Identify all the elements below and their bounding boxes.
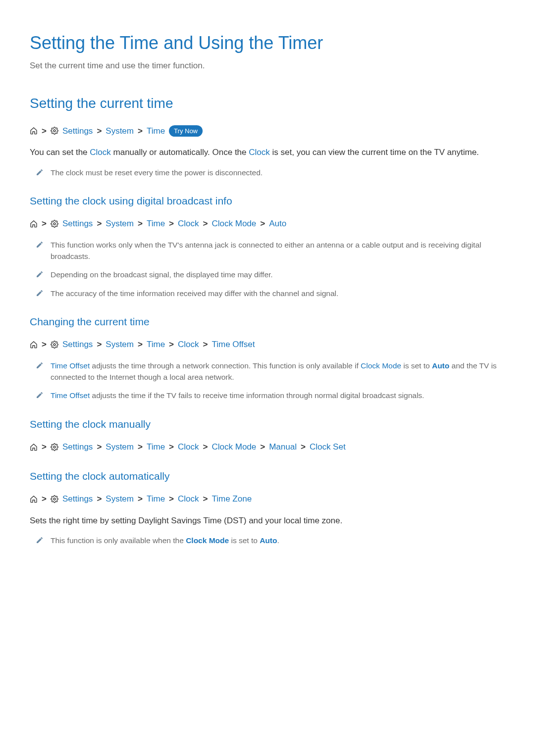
path-time[interactable]: Time (147, 217, 165, 230)
path-manual[interactable]: Manual (269, 441, 297, 454)
chevron-icon: > (138, 493, 143, 505)
gear-icon (51, 127, 58, 135)
path-timezone[interactable]: Time Zone (212, 493, 252, 505)
body-text: Sets the right time by setting Daylight … (30, 514, 505, 527)
svg-point-2 (54, 344, 55, 346)
pencil-icon (36, 270, 44, 278)
chevron-icon: > (42, 493, 47, 505)
chevron-icon: > (97, 125, 102, 138)
body-text: You can set the Clock manually or automa… (30, 146, 505, 159)
gear-icon (51, 220, 58, 228)
path-clock[interactable]: Clock (178, 441, 199, 454)
link-clock-mode[interactable]: Clock Mode (361, 361, 401, 370)
pencil-icon (36, 391, 44, 399)
link-clock[interactable]: Clock (249, 148, 270, 157)
chevron-icon: > (138, 125, 143, 138)
home-icon (30, 495, 38, 503)
chevron-icon: > (97, 338, 102, 351)
path-auto[interactable]: Auto (269, 217, 286, 230)
link-auto[interactable]: Auto (432, 361, 449, 370)
section-heading-clock-manually: Setting the clock manually (30, 416, 505, 432)
path-clock[interactable]: Clock (178, 217, 199, 230)
chevron-icon: > (203, 338, 208, 351)
chevron-icon: > (203, 493, 208, 505)
path-time[interactable]: Time (147, 125, 165, 138)
link-clock-mode[interactable]: Clock Mode (186, 536, 229, 545)
path-time[interactable]: Time (147, 441, 165, 454)
chevron-icon: > (138, 217, 143, 230)
link-time-offset[interactable]: Time Offset (51, 391, 90, 400)
section-heading-digital-broadcast: Setting the clock using digital broadcas… (30, 193, 505, 209)
chevron-icon: > (42, 125, 47, 138)
path-system[interactable]: System (106, 217, 134, 230)
note-item: Time Offset adjusts the time through a n… (36, 360, 505, 383)
path-system[interactable]: System (106, 338, 134, 351)
svg-point-3 (54, 446, 55, 448)
path-time[interactable]: Time (147, 338, 165, 351)
nav-path-clock-set-manual: > Settings > System > Time > Clock > Clo… (30, 441, 505, 454)
link-time-offset[interactable]: Time Offset (51, 361, 90, 370)
try-now-badge[interactable]: Try Now (169, 125, 203, 137)
nav-path-clockmode-auto: > Settings > System > Time > Clock > Clo… (30, 217, 505, 230)
home-icon (30, 127, 38, 135)
path-clock[interactable]: Clock (178, 493, 199, 505)
chevron-icon: > (260, 217, 265, 230)
path-time[interactable]: Time (147, 493, 165, 505)
pencil-icon (36, 241, 44, 249)
chevron-icon: > (97, 217, 102, 230)
path-clockset[interactable]: Clock Set (310, 441, 346, 454)
chevron-icon: > (97, 441, 102, 454)
gear-icon (51, 341, 58, 349)
chevron-icon: > (169, 493, 174, 505)
path-system[interactable]: System (106, 125, 134, 138)
home-icon (30, 443, 38, 451)
path-clockmode[interactable]: Clock Mode (212, 217, 256, 230)
section-heading-changing-time: Changing the current time (30, 314, 505, 330)
nav-path-time: > Settings > System > Time Try Now (30, 125, 505, 138)
path-time-offset[interactable]: Time Offset (212, 338, 255, 351)
path-system[interactable]: System (106, 493, 134, 505)
path-settings[interactable]: Settings (62, 493, 93, 505)
home-icon (30, 220, 38, 228)
home-icon (30, 341, 38, 349)
section-heading-clock-automatically: Setting the clock automatically (30, 468, 505, 484)
chevron-icon: > (301, 441, 306, 454)
path-settings[interactable]: Settings (62, 441, 93, 454)
page-title: Setting the Time and Using the Timer (30, 30, 505, 56)
nav-path-time-zone: > Settings > System > Time > Clock > Tim… (30, 493, 505, 505)
chevron-icon: > (42, 441, 47, 454)
path-clockmode[interactable]: Clock Mode (212, 441, 256, 454)
chevron-icon: > (203, 217, 208, 230)
svg-point-1 (54, 223, 55, 225)
path-system[interactable]: System (106, 441, 134, 454)
section-heading-current-time: Setting the current time (30, 93, 505, 114)
note-item: This function works only when the TV's a… (36, 239, 505, 262)
svg-point-4 (54, 498, 55, 500)
gear-icon (51, 443, 58, 451)
chevron-icon: > (97, 493, 102, 505)
path-settings[interactable]: Settings (62, 217, 93, 230)
chevron-icon: > (42, 338, 47, 351)
path-clock[interactable]: Clock (178, 338, 199, 351)
note-item: This function is only available when the… (36, 535, 505, 546)
path-settings[interactable]: Settings (62, 125, 93, 138)
chevron-icon: > (169, 441, 174, 454)
svg-point-0 (54, 130, 55, 132)
path-settings[interactable]: Settings (62, 338, 93, 351)
note-item: Time Offset adjusts the time if the TV f… (36, 390, 505, 401)
link-auto[interactable]: Auto (260, 536, 277, 545)
chevron-icon: > (169, 338, 174, 351)
chevron-icon: > (138, 441, 143, 454)
note-item: Depending on the broadcast signal, the d… (36, 269, 505, 280)
pencil-icon (36, 536, 44, 544)
page-subtitle: Set the current time and use the timer f… (30, 59, 505, 72)
chevron-icon: > (260, 441, 265, 454)
link-clock[interactable]: Clock (90, 148, 111, 157)
chevron-icon: > (42, 217, 47, 230)
pencil-icon (36, 361, 44, 369)
note-item: The accuracy of the time information rec… (36, 288, 505, 299)
gear-icon (51, 495, 58, 503)
note-item: The clock must be reset every time the p… (36, 167, 505, 178)
pencil-icon (36, 168, 44, 176)
chevron-icon: > (138, 338, 143, 351)
